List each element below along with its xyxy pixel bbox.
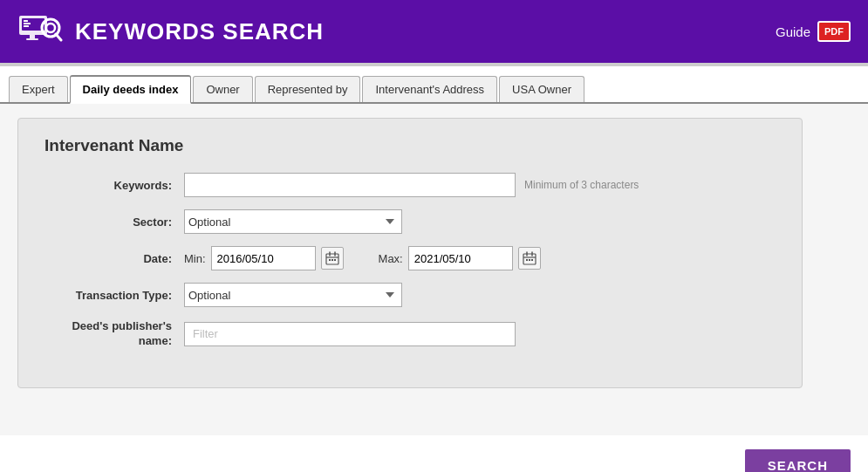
keywords-control-wrap: Minimum of 3 characters: [184, 173, 776, 197]
publisher-input-wrap: Filter: [184, 322, 516, 346]
transaction-label: Transaction Type:: [44, 289, 184, 302]
svg-rect-3: [24, 23, 31, 24]
publisher-label-line1: Deed's publisher's: [72, 319, 172, 332]
svg-rect-2: [24, 20, 28, 22]
pdf-icon: PDF: [817, 21, 851, 42]
tab-usa-owner[interactable]: USA Owner: [499, 76, 584, 102]
sector-row: Sector: Optional: [44, 209, 776, 234]
sector-select[interactable]: Optional: [184, 209, 402, 234]
svg-line-9: [56, 34, 61, 40]
svg-rect-16: [334, 259, 336, 261]
publisher-label: Deed's publisher's name:: [44, 319, 184, 349]
guide-label: Guide: [776, 24, 810, 39]
calendar-max-button[interactable]: [518, 247, 541, 270]
panel-title: Intervenant Name: [44, 136, 776, 155]
publisher-row: Deed's publisher's name: Filter: [44, 319, 776, 349]
keywords-hint: Minimum of 3 characters: [524, 179, 639, 191]
publisher-label-line2: name:: [139, 334, 172, 347]
calendar-min-icon: [325, 251, 339, 265]
transaction-control-wrap: Optional: [184, 283, 776, 307]
app-title: KEYWORDS SEARCH: [75, 18, 324, 45]
date-max-label: Max:: [379, 252, 403, 265]
tab-represented-by[interactable]: Represented by: [255, 76, 361, 102]
header-logo-icon: [17, 10, 63, 52]
tab-owner[interactable]: Owner: [193, 76, 252, 102]
main-content: Intervenant Name Keywords: Minimum of 3 …: [0, 104, 868, 435]
date-max-wrap: Max:: [379, 246, 541, 270]
header-left: KEYWORDS SEARCH: [17, 10, 324, 52]
transaction-select[interactable]: Optional: [184, 283, 402, 307]
tabs-container: Expert Daily deeds index Owner Represent…: [0, 66, 868, 104]
svg-rect-14: [329, 259, 331, 261]
tab-daily-deeds-index[interactable]: Daily deeds index: [70, 75, 192, 104]
calendar-min-button[interactable]: [321, 247, 344, 270]
search-button[interactable]: SEARCH: [745, 449, 851, 472]
svg-rect-15: [331, 259, 333, 261]
date-label: Date:: [44, 252, 184, 265]
tab-intervenants-address[interactable]: Intervenant's Address: [362, 76, 497, 102]
date-min-label: Min:: [184, 252, 206, 265]
header-right: Guide PDF: [776, 21, 851, 42]
search-bar: SEARCH: [0, 435, 868, 472]
calendar-max-icon: [523, 251, 537, 265]
form-panel: Intervenant Name Keywords: Minimum of 3 …: [17, 118, 803, 388]
date-control-wrap: Min: Max: [184, 246, 776, 270]
publisher-input[interactable]: [184, 322, 516, 346]
date-min-wrap: Min:: [184, 246, 344, 270]
app-header: KEYWORDS SEARCH Guide PDF: [0, 0, 868, 63]
date-max-input[interactable]: [408, 246, 513, 270]
keywords-row: Keywords: Minimum of 3 characters: [44, 173, 776, 197]
svg-rect-5: [30, 35, 35, 38]
svg-rect-4: [24, 25, 29, 27]
tab-expert[interactable]: Expert: [9, 76, 68, 102]
svg-rect-21: [526, 259, 528, 261]
keywords-input[interactable]: [184, 173, 516, 197]
date-min-input[interactable]: [211, 246, 316, 270]
publisher-control-wrap: Filter: [184, 322, 776, 346]
sector-control-wrap: Optional: [184, 209, 776, 234]
svg-rect-23: [531, 259, 533, 261]
svg-point-8: [46, 24, 55, 32]
svg-rect-22: [529, 259, 530, 261]
svg-rect-6: [26, 38, 38, 40]
keywords-label: Keywords:: [44, 179, 184, 192]
sector-label: Sector:: [44, 215, 184, 229]
date-row: Date: Min:: [44, 246, 776, 270]
transaction-row: Transaction Type: Optional: [44, 283, 776, 307]
